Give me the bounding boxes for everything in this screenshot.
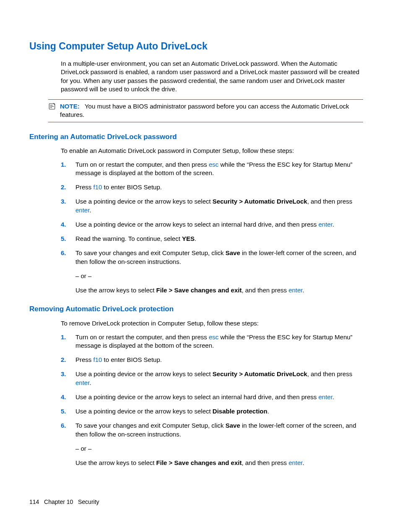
list-item: 2. Press f10 to enter BIOS Setup. bbox=[61, 183, 363, 191]
list-item: 6. To save your changes and exit Compute… bbox=[61, 249, 363, 294]
step-body: Use a pointing device or the arrow keys … bbox=[75, 197, 363, 214]
step-number: 4. bbox=[61, 393, 75, 401]
step-body: Press f10 to enter BIOS Setup. bbox=[75, 356, 363, 364]
page-footer: 114 Chapter 10 Security bbox=[29, 498, 99, 506]
note-body: You must have a BIOS administrator passw… bbox=[60, 103, 349, 118]
step-number: 2. bbox=[61, 183, 75, 191]
step-body: Turn on or restart the computer, and the… bbox=[75, 160, 363, 178]
key-enter: enter bbox=[75, 207, 89, 214]
heading-removing: Removing Automatic DriveLock protection bbox=[29, 305, 363, 314]
key-f10: f10 bbox=[94, 356, 102, 363]
sec1-intro: To enable an Automatic DriveLock passwor… bbox=[61, 147, 363, 155]
bold-text: Security > Automatic DriveLock bbox=[213, 198, 307, 205]
list-item: 1. Turn on or restart the computer, and … bbox=[61, 333, 363, 350]
key-enter: enter bbox=[319, 393, 332, 400]
step-number: 5. bbox=[61, 235, 75, 243]
list-item: 4. Use a pointing device or the arrow ke… bbox=[61, 393, 363, 401]
or-divider: – or – bbox=[75, 272, 363, 280]
intro-paragraph: In a multiple-user environment, you can … bbox=[61, 59, 363, 93]
step-number: 6. bbox=[61, 249, 75, 294]
key-esc: esc bbox=[209, 333, 218, 341]
bold-text: File > Save changes and exit bbox=[156, 287, 242, 294]
step-number: 4. bbox=[61, 220, 75, 229]
or-divider: – or – bbox=[75, 444, 363, 453]
step-body: Use a pointing device or the arrow keys … bbox=[75, 220, 363, 229]
step-number: 2. bbox=[61, 356, 75, 364]
list-item: 5. Use a pointing device or the arrow ke… bbox=[61, 407, 363, 416]
bold-text: Security > Automatic DriveLock bbox=[213, 370, 307, 377]
list-item: 3. Use a pointing device or the arrow ke… bbox=[61, 370, 363, 387]
step-body: Use a pointing device or the arrow keys … bbox=[75, 407, 363, 416]
page-number: 114 bbox=[29, 498, 39, 505]
step-body: To save your changes and exit Computer S… bbox=[75, 421, 363, 467]
step-number: 3. bbox=[61, 197, 75, 214]
list-item: 2. Press f10 to enter BIOS Setup. bbox=[61, 356, 363, 364]
note-text: NOTE: You must have a BIOS administrator… bbox=[60, 102, 363, 119]
step-number: 3. bbox=[61, 370, 75, 387]
step-number: 1. bbox=[61, 333, 75, 350]
page-body: Using Computer Setup Auto DriveLock In a… bbox=[0, 0, 400, 467]
list-item: 3. Use a pointing device or the arrow ke… bbox=[61, 197, 363, 214]
bold-text: Save bbox=[226, 422, 240, 429]
chapter-label: Chapter 10 Security bbox=[44, 498, 99, 505]
note-icon bbox=[48, 103, 56, 110]
key-enter: enter bbox=[288, 459, 302, 466]
step-body: Read the warning. To continue, select YE… bbox=[75, 235, 363, 243]
key-enter: enter bbox=[288, 287, 302, 294]
bold-text: YES bbox=[182, 235, 195, 242]
step-number: 5. bbox=[61, 407, 75, 416]
list-item: 6. To save your changes and exit Compute… bbox=[61, 421, 363, 467]
bold-text: Save bbox=[226, 249, 240, 256]
list-item: 1. Turn on or restart the computer, and … bbox=[61, 160, 363, 178]
step-number: 1. bbox=[61, 160, 75, 178]
note-block: NOTE: You must have a BIOS administrator… bbox=[48, 99, 363, 122]
note-label: NOTE: bbox=[60, 103, 80, 110]
bold-text: Disable protection bbox=[213, 408, 268, 415]
key-f10: f10 bbox=[94, 183, 102, 191]
heading-1: Using Computer Setup Auto DriveLock bbox=[29, 40, 363, 53]
step-number: 6. bbox=[61, 421, 75, 467]
sec1-steps: 1. Turn on or restart the computer, and … bbox=[61, 160, 363, 295]
step-body: Turn on or restart the computer, and the… bbox=[75, 333, 363, 350]
step-body: To save your changes and exit Computer S… bbox=[75, 249, 363, 294]
step-body: Press f10 to enter BIOS Setup. bbox=[75, 183, 363, 191]
key-esc: esc bbox=[209, 161, 218, 168]
heading-entering: Entering an Automatic DriveLock password bbox=[29, 132, 363, 142]
step-body: Use a pointing device or the arrow keys … bbox=[75, 393, 363, 401]
sec2-steps: 1. Turn on or restart the computer, and … bbox=[61, 333, 363, 467]
key-enter: enter bbox=[75, 379, 89, 386]
sec2-intro: To remove DriveLock protection in Comput… bbox=[61, 319, 363, 328]
list-item: 4. Use a pointing device or the arrow ke… bbox=[61, 220, 363, 229]
step-body: Use a pointing device or the arrow keys … bbox=[75, 370, 363, 387]
key-enter: enter bbox=[319, 221, 332, 228]
bold-text: File > Save changes and exit bbox=[156, 459, 242, 466]
list-item: 5. Read the warning. To continue, select… bbox=[61, 235, 363, 243]
